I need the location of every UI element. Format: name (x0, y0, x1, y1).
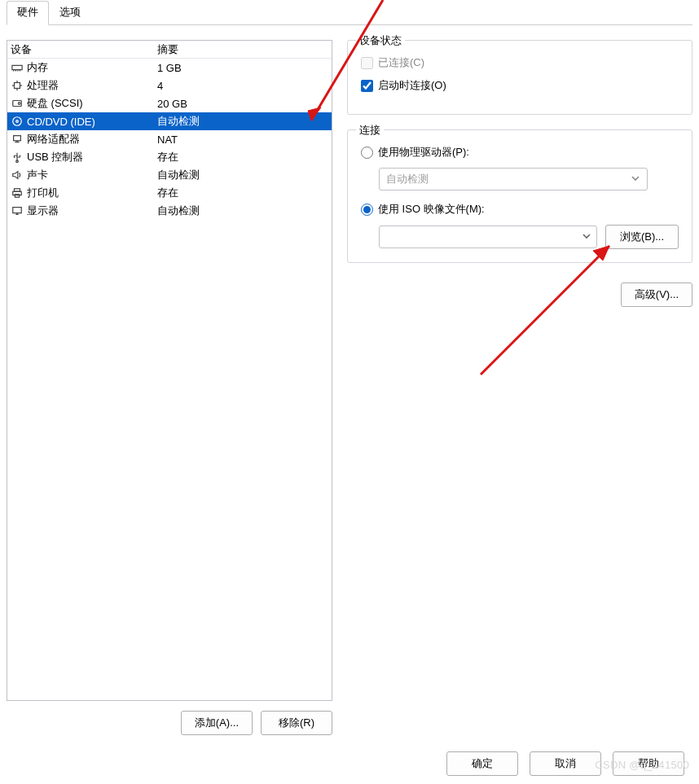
network-icon (11, 133, 24, 146)
hardware-list[interactable]: 设备 摘要 内存1 GB处理器4硬盘 (SCSI)20 GBCD/DVD (ID… (7, 40, 332, 701)
hardware-row[interactable]: 处理器4 (7, 77, 332, 94)
svg-rect-14 (14, 136, 21, 141)
use-physical-row[interactable]: 使用物理驱动器(P): (361, 145, 679, 160)
chevron-down-icon[interactable] (582, 231, 591, 243)
device-status-legend: 设备状态 (356, 33, 405, 48)
svg-point-12 (13, 117, 22, 126)
iso-file-combo[interactable] (379, 226, 597, 248)
hardware-row[interactable]: CD/DVD (IDE)自动检测 (7, 112, 332, 130)
connection-legend: 连接 (356, 123, 384, 138)
help-button[interactable]: 帮助 (613, 751, 684, 776)
disk-icon (11, 97, 24, 110)
hardware-row[interactable]: USB 控制器存在 (7, 148, 332, 166)
svg-rect-23 (13, 208, 22, 213)
tab-hardware[interactable]: 硬件 (7, 1, 49, 25)
connect-on-power-checkbox[interactable] (361, 80, 373, 92)
add-hardware-button[interactable]: 添加(A)... (181, 711, 253, 735)
device-summary: NAT (157, 134, 328, 146)
advanced-button[interactable]: 高级(V)... (621, 283, 692, 307)
device-name: CD/DVD (IDE) (27, 116, 95, 128)
svg-rect-0 (12, 65, 22, 69)
device-name: 网络适配器 (27, 132, 80, 147)
device-name: USB 控制器 (27, 150, 83, 164)
device-name: 打印机 (27, 186, 59, 200)
physical-drive-combo: 自动检测 (379, 168, 648, 191)
svg-point-13 (16, 120, 19, 123)
device-name: 内存 (27, 60, 48, 75)
svg-rect-5 (15, 83, 20, 89)
hardware-row[interactable]: 声卡自动检测 (7, 166, 332, 184)
svg-rect-22 (15, 195, 19, 198)
device-status-group: 设备状态 已连接(C) 启动时连接(O) (347, 40, 692, 115)
use-physical-radio[interactable] (361, 147, 373, 159)
connected-label: 已连接(C) (378, 55, 424, 70)
hardware-row[interactable]: 硬盘 (SCSI)20 GB (7, 94, 332, 112)
sound-icon (11, 169, 24, 182)
device-summary: 自动检测 (157, 114, 328, 129)
use-physical-label: 使用物理驱动器(P): (378, 145, 469, 160)
memory-icon (11, 61, 24, 74)
cd-icon (11, 115, 24, 128)
printer-icon (11, 186, 24, 199)
cpu-icon (11, 79, 24, 92)
column-device[interactable]: 设备 (11, 42, 157, 57)
connected-checkbox (361, 57, 373, 69)
usb-icon (11, 151, 24, 164)
cancel-button[interactable]: 取消 (530, 751, 601, 776)
browse-button[interactable]: 浏览(B)... (605, 225, 679, 249)
svg-point-11 (18, 103, 20, 105)
physical-drive-value: 自动检测 (386, 172, 429, 186)
device-summary: 自动检测 (157, 204, 328, 218)
device-name: 显示器 (27, 204, 59, 218)
use-iso-label: 使用 ISO 映像文件(M): (378, 202, 485, 217)
hardware-row[interactable]: 显示器自动检测 (7, 202, 332, 220)
connect-on-power-label: 启动时连接(O) (378, 78, 446, 93)
hardware-row[interactable]: 内存1 GB (7, 59, 332, 77)
column-summary[interactable]: 摘要 (157, 42, 328, 57)
connection-group: 连接 使用物理驱动器(P): 自动检测 使用 ISO 映像文件(M): (347, 129, 692, 263)
connected-checkbox-row: 已连接(C) (361, 55, 679, 70)
device-name: 硬盘 (SCSI) (27, 96, 83, 111)
device-summary: 自动检测 (157, 168, 328, 182)
dialog-buttons: 确定 取消 帮助 (446, 751, 684, 776)
device-summary: 存在 (157, 186, 328, 200)
remove-hardware-button[interactable]: 移除(R) (261, 711, 332, 735)
display-icon (11, 204, 24, 217)
tab-bar: 硬件 选项 (7, 0, 692, 25)
device-summary: 20 GB (157, 98, 328, 110)
tab-options[interactable]: 选项 (49, 1, 91, 25)
use-iso-radio[interactable] (361, 204, 373, 216)
use-iso-row[interactable]: 使用 ISO 映像文件(M): (361, 202, 679, 217)
hardware-list-header: 设备 摘要 (7, 41, 332, 59)
device-summary: 存在 (157, 150, 328, 164)
chevron-down-icon (631, 173, 640, 186)
svg-marker-19 (13, 172, 18, 179)
device-name: 处理器 (27, 78, 59, 93)
device-summary: 1 GB (157, 62, 328, 74)
hardware-row[interactable]: 打印机存在 (7, 184, 332, 202)
ok-button[interactable]: 确定 (446, 751, 518, 776)
connect-on-power-row[interactable]: 启动时连接(O) (361, 78, 679, 93)
hardware-row[interactable]: 网络适配器NAT (7, 130, 332, 148)
device-summary: 4 (157, 80, 328, 92)
device-name: 声卡 (27, 168, 48, 182)
